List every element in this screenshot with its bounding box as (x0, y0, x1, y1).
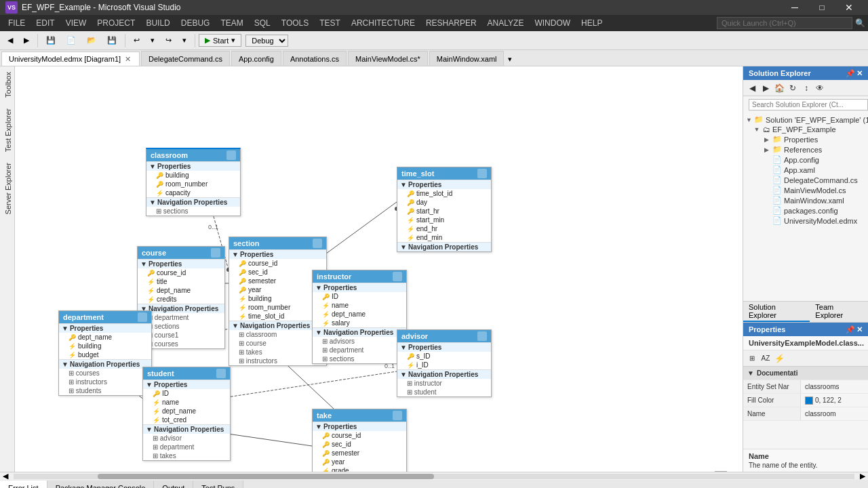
tree-main-window[interactable]: 📄 MainWindow.xaml (743, 195, 868, 205)
se-back-btn[interactable]: ◀ (746, 82, 758, 94)
tree-properties[interactable]: ▶ 📁 Properties (743, 134, 868, 144)
scroll-right-btn[interactable]: ▶ (857, 472, 868, 481)
tab-solution-explorer[interactable]: Solution Explorer (743, 302, 810, 322)
entity-advisor-nav-header[interactable]: ▼ Navigation Properties (397, 370, 491, 379)
tb-undo-btn[interactable]: ↩ (129, 34, 144, 47)
sidebar-test-explorer[interactable]: Test Explorer (1, 103, 14, 157)
prop-val-entity-set-name[interactable]: classrooms (801, 380, 868, 393)
entity-instructor-props-header[interactable]: ▼ Properties (313, 283, 406, 292)
entity-classroom[interactable]: classroom ▼ Properties 🔑building 🔑room_n… (146, 148, 241, 216)
tab-output[interactable]: Output (154, 481, 193, 488)
menu-debug[interactable]: DEBUG (176, 15, 216, 31)
entity-time-slot[interactable]: time_slot ▼ Properties 🔑time_slot_id 🔑da… (397, 167, 492, 252)
entity-advisor-props-header[interactable]: ▼ Properties (397, 343, 491, 352)
tab-test-runs[interactable]: Test Runs (193, 481, 243, 488)
tb-redo-dropdown[interactable]: ▾ (178, 34, 191, 47)
entity-take[interactable]: take ▼ Properties 🔑course_id 🔑sec_id 🔑se… (312, 409, 407, 472)
menu-file[interactable]: FILE (3, 15, 31, 31)
entity-student-props-header[interactable]: ▼ Properties (143, 380, 230, 389)
entity-department[interactable]: department ▼ Properties 🔑dept_name ⚡buil… (58, 310, 152, 396)
tree-references[interactable]: ▶ 📁 References (743, 144, 868, 155)
entity-department-props-header[interactable]: ▼ Properties (59, 324, 151, 333)
props-events-btn[interactable]: ⚡ (773, 352, 785, 365)
tab-team-explorer[interactable]: Team Explorer (810, 302, 868, 322)
menu-tools[interactable]: TOOLS (276, 15, 314, 31)
menu-view[interactable]: VIEW (60, 15, 92, 31)
scroll-left-btn[interactable]: ◀ (0, 472, 11, 481)
menu-sql[interactable]: SQL (249, 15, 276, 31)
close-btn[interactable]: ✕ (835, 0, 863, 15)
tab-university-model[interactable]: UniversityModel.edmx [Diagram1] ✕ (1, 52, 140, 66)
entity-take-props-header[interactable]: ▼ Properties (313, 422, 406, 431)
tb-forward-btn[interactable]: ▶ (19, 34, 34, 47)
se-refresh-btn[interactable]: ↻ (787, 82, 799, 94)
prop-val-name[interactable]: classroom (801, 407, 868, 420)
se-search-input[interactable] (749, 99, 868, 110)
tab-main-viewmodel[interactable]: MainViewModel.cs* (348, 51, 428, 66)
se-home-btn[interactable]: 🏠 (773, 82, 785, 94)
prop-val-fill-color[interactable]: 0, 122, 2 (801, 394, 868, 407)
se-pin-icon[interactable]: 📌 (846, 69, 855, 78)
diagram-canvas[interactable]: 0..1 0..1 0..1 0..1 0..1 (15, 66, 743, 472)
menu-team[interactable]: TEAM (215, 15, 248, 31)
tab-error-list[interactable]: Error List (0, 481, 47, 488)
props-alphabetical-btn[interactable]: AZ (760, 352, 772, 365)
maximize-btn[interactable]: □ (808, 0, 835, 15)
props-pin-icon[interactable]: 📌 (846, 325, 855, 334)
se-view-btn[interactable]: 👁 (814, 82, 826, 94)
tree-project[interactable]: ▼ 🗂 EF_WPF_Example (743, 125, 868, 134)
run-button[interactable]: ▶ Start ▾ (199, 34, 241, 47)
tab-overflow-btn[interactable]: ▾ (504, 53, 516, 66)
props-close-icon[interactable]: ✕ (856, 325, 863, 334)
tree-solution[interactable]: ▼ 📁 Solution 'EF_WPF_Example' (1 (743, 115, 868, 125)
quick-launch-input[interactable] (717, 17, 852, 29)
menu-resharper[interactable]: RESHARPER (420, 15, 482, 31)
menu-architecture[interactable]: ARCHITECTURE (346, 15, 420, 31)
sidebar-server-explorer[interactable]: Server Explorer (1, 157, 14, 220)
entity-department-nav-header[interactable]: ▼ Navigation Properties (59, 360, 151, 369)
entity-time-slot-props-header[interactable]: ▼ Properties (397, 180, 491, 189)
menu-window[interactable]: WINDOW (529, 15, 576, 31)
se-expand-btn[interactable]: ↕ (800, 82, 812, 94)
menu-analyze[interactable]: ANALYZE (482, 15, 530, 31)
tab-close-icon[interactable]: ✕ (123, 55, 132, 64)
entity-student[interactable]: student ▼ Properties 🔑ID ⚡name ⚡dept_nam… (142, 367, 231, 461)
tb-redo-btn[interactable]: ↪ (161, 34, 176, 47)
tree-delegate-command[interactable]: 📄 DelegateCommand.cs (743, 175, 868, 185)
entity-time-slot-nav-header[interactable]: ▼ Navigation Properties (397, 243, 491, 251)
sidebar-toolbox[interactable]: Toolbox (1, 66, 14, 103)
menu-help[interactable]: HELP (576, 15, 608, 31)
entity-classroom-props-header[interactable]: ▼ Properties (146, 162, 240, 171)
tb-undo-dropdown[interactable]: ▾ (146, 34, 159, 47)
menu-edit[interactable]: EDIT (31, 15, 60, 31)
se-forward-btn[interactable]: ▶ (760, 82, 772, 94)
zoom-fit-btn[interactable]: ⊞ (715, 471, 727, 472)
tree-packages-config[interactable]: 📄 packages.config (743, 205, 868, 216)
tab-app-config[interactable]: App.config (231, 51, 281, 66)
tb-save-all-btn[interactable]: 💾 (41, 34, 60, 47)
tb-new-btn[interactable]: 📄 (62, 34, 81, 47)
minimize-btn[interactable]: ─ (781, 0, 808, 15)
tree-app-xaml[interactable]: 📄 App.xaml (743, 165, 868, 175)
config-select[interactable]: Debug (245, 35, 288, 47)
scroll-track[interactable] (14, 474, 854, 479)
horizontal-scrollbar[interactable]: ◀ ▶ (0, 472, 868, 480)
tree-main-viewmodel[interactable]: 📄 MainViewModel.cs (743, 185, 868, 195)
tab-package-manager[interactable]: Package Manager Console (47, 481, 155, 488)
scroll-thumb[interactable] (98, 474, 434, 479)
entity-classroom-nav-header[interactable]: ▼ Navigation Properties (146, 198, 240, 207)
se-close-icon[interactable]: ✕ (856, 69, 863, 78)
entity-section-props-header[interactable]: ▼ Properties (229, 250, 326, 259)
menu-project[interactable]: PROJECT (92, 15, 140, 31)
entity-course-props-header[interactable]: ▼ Properties (138, 260, 224, 268)
menu-test[interactable]: TEST (314, 15, 346, 31)
entity-instructor[interactable]: instructor ▼ Properties 🔑ID ⚡name ⚡dept_… (312, 270, 407, 364)
tab-annotations[interactable]: Annotations.cs (283, 51, 347, 66)
entity-student-nav-header[interactable]: ▼ Navigation Properties (143, 425, 230, 434)
tb-back-btn[interactable]: ◀ (3, 34, 18, 47)
tab-delegate-command[interactable]: DelegateCommand.cs (141, 51, 230, 66)
tb-open-btn[interactable]: 📂 (82, 34, 101, 47)
menu-build[interactable]: BUILD (140, 15, 175, 31)
tab-main-window[interactable]: MainWindow.xaml (429, 51, 505, 66)
tree-university-model[interactable]: 📄 UniversityModel.edmx (743, 216, 868, 226)
